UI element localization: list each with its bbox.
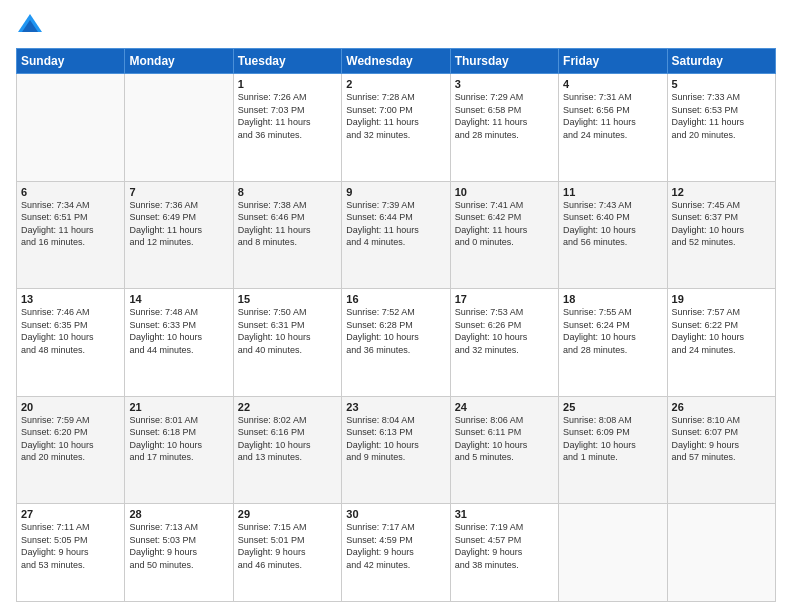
calendar-cell — [559, 504, 667, 602]
day-number: 22 — [238, 401, 337, 413]
day-number: 20 — [21, 401, 120, 413]
calendar-cell: 1Sunrise: 7:26 AM Sunset: 7:03 PM Daylig… — [233, 74, 341, 182]
day-number: 26 — [672, 401, 771, 413]
day-info: Sunrise: 7:59 AM Sunset: 6:20 PM Dayligh… — [21, 414, 120, 464]
week-row-5: 27Sunrise: 7:11 AM Sunset: 5:05 PM Dayli… — [17, 504, 776, 602]
week-row-2: 6Sunrise: 7:34 AM Sunset: 6:51 PM Daylig… — [17, 181, 776, 289]
calendar-cell: 10Sunrise: 7:41 AM Sunset: 6:42 PM Dayli… — [450, 181, 558, 289]
day-info: Sunrise: 7:31 AM Sunset: 6:56 PM Dayligh… — [563, 91, 662, 141]
calendar-cell: 5Sunrise: 7:33 AM Sunset: 6:53 PM Daylig… — [667, 74, 775, 182]
calendar-cell: 14Sunrise: 7:48 AM Sunset: 6:33 PM Dayli… — [125, 289, 233, 397]
day-number: 30 — [346, 508, 445, 520]
day-info: Sunrise: 7:28 AM Sunset: 7:00 PM Dayligh… — [346, 91, 445, 141]
day-info: Sunrise: 7:53 AM Sunset: 6:26 PM Dayligh… — [455, 306, 554, 356]
week-row-4: 20Sunrise: 7:59 AM Sunset: 6:20 PM Dayli… — [17, 396, 776, 504]
day-number: 2 — [346, 78, 445, 90]
calendar-cell: 9Sunrise: 7:39 AM Sunset: 6:44 PM Daylig… — [342, 181, 450, 289]
day-info: Sunrise: 7:19 AM Sunset: 4:57 PM Dayligh… — [455, 521, 554, 571]
calendar-cell: 2Sunrise: 7:28 AM Sunset: 7:00 PM Daylig… — [342, 74, 450, 182]
day-info: Sunrise: 7:29 AM Sunset: 6:58 PM Dayligh… — [455, 91, 554, 141]
day-number: 1 — [238, 78, 337, 90]
day-info: Sunrise: 7:55 AM Sunset: 6:24 PM Dayligh… — [563, 306, 662, 356]
day-number: 13 — [21, 293, 120, 305]
day-info: Sunrise: 7:17 AM Sunset: 4:59 PM Dayligh… — [346, 521, 445, 571]
calendar-table: SundayMondayTuesdayWednesdayThursdayFrid… — [16, 48, 776, 602]
day-number: 21 — [129, 401, 228, 413]
calendar-cell: 7Sunrise: 7:36 AM Sunset: 6:49 PM Daylig… — [125, 181, 233, 289]
day-number: 25 — [563, 401, 662, 413]
day-number: 29 — [238, 508, 337, 520]
day-info: Sunrise: 7:38 AM Sunset: 6:46 PM Dayligh… — [238, 199, 337, 249]
calendar-cell: 28Sunrise: 7:13 AM Sunset: 5:03 PM Dayli… — [125, 504, 233, 602]
day-number: 4 — [563, 78, 662, 90]
week-row-3: 13Sunrise: 7:46 AM Sunset: 6:35 PM Dayli… — [17, 289, 776, 397]
day-info: Sunrise: 8:10 AM Sunset: 6:07 PM Dayligh… — [672, 414, 771, 464]
day-number: 8 — [238, 186, 337, 198]
calendar-cell: 17Sunrise: 7:53 AM Sunset: 6:26 PM Dayli… — [450, 289, 558, 397]
calendar-cell: 6Sunrise: 7:34 AM Sunset: 6:51 PM Daylig… — [17, 181, 125, 289]
calendar-cell: 21Sunrise: 8:01 AM Sunset: 6:18 PM Dayli… — [125, 396, 233, 504]
calendar-cell — [17, 74, 125, 182]
weekday-header-row: SundayMondayTuesdayWednesdayThursdayFrid… — [17, 49, 776, 74]
calendar-cell: 19Sunrise: 7:57 AM Sunset: 6:22 PM Dayli… — [667, 289, 775, 397]
day-number: 17 — [455, 293, 554, 305]
day-number: 6 — [21, 186, 120, 198]
day-info: Sunrise: 7:13 AM Sunset: 5:03 PM Dayligh… — [129, 521, 228, 571]
header — [16, 12, 776, 40]
day-info: Sunrise: 7:57 AM Sunset: 6:22 PM Dayligh… — [672, 306, 771, 356]
day-number: 5 — [672, 78, 771, 90]
calendar-cell: 31Sunrise: 7:19 AM Sunset: 4:57 PM Dayli… — [450, 504, 558, 602]
day-info: Sunrise: 8:06 AM Sunset: 6:11 PM Dayligh… — [455, 414, 554, 464]
calendar-cell: 30Sunrise: 7:17 AM Sunset: 4:59 PM Dayli… — [342, 504, 450, 602]
calendar-cell: 4Sunrise: 7:31 AM Sunset: 6:56 PM Daylig… — [559, 74, 667, 182]
calendar-cell: 3Sunrise: 7:29 AM Sunset: 6:58 PM Daylig… — [450, 74, 558, 182]
day-info: Sunrise: 7:43 AM Sunset: 6:40 PM Dayligh… — [563, 199, 662, 249]
day-number: 15 — [238, 293, 337, 305]
day-number: 18 — [563, 293, 662, 305]
day-info: Sunrise: 7:52 AM Sunset: 6:28 PM Dayligh… — [346, 306, 445, 356]
weekday-header-monday: Monday — [125, 49, 233, 74]
day-info: Sunrise: 7:46 AM Sunset: 6:35 PM Dayligh… — [21, 306, 120, 356]
calendar-cell: 20Sunrise: 7:59 AM Sunset: 6:20 PM Dayli… — [17, 396, 125, 504]
weekday-header-thursday: Thursday — [450, 49, 558, 74]
day-info: Sunrise: 7:11 AM Sunset: 5:05 PM Dayligh… — [21, 521, 120, 571]
day-number: 28 — [129, 508, 228, 520]
calendar-cell — [667, 504, 775, 602]
day-number: 7 — [129, 186, 228, 198]
day-info: Sunrise: 8:02 AM Sunset: 6:16 PM Dayligh… — [238, 414, 337, 464]
day-info: Sunrise: 7:26 AM Sunset: 7:03 PM Dayligh… — [238, 91, 337, 141]
day-number: 9 — [346, 186, 445, 198]
day-number: 31 — [455, 508, 554, 520]
day-info: Sunrise: 8:08 AM Sunset: 6:09 PM Dayligh… — [563, 414, 662, 464]
day-number: 19 — [672, 293, 771, 305]
day-info: Sunrise: 7:41 AM Sunset: 6:42 PM Dayligh… — [455, 199, 554, 249]
calendar-cell: 22Sunrise: 8:02 AM Sunset: 6:16 PM Dayli… — [233, 396, 341, 504]
calendar-cell: 8Sunrise: 7:38 AM Sunset: 6:46 PM Daylig… — [233, 181, 341, 289]
calendar-cell: 18Sunrise: 7:55 AM Sunset: 6:24 PM Dayli… — [559, 289, 667, 397]
calendar-cell: 12Sunrise: 7:45 AM Sunset: 6:37 PM Dayli… — [667, 181, 775, 289]
calendar-cell: 23Sunrise: 8:04 AM Sunset: 6:13 PM Dayli… — [342, 396, 450, 504]
calendar-cell: 25Sunrise: 8:08 AM Sunset: 6:09 PM Dayli… — [559, 396, 667, 504]
day-info: Sunrise: 7:33 AM Sunset: 6:53 PM Dayligh… — [672, 91, 771, 141]
day-info: Sunrise: 8:01 AM Sunset: 6:18 PM Dayligh… — [129, 414, 228, 464]
calendar-cell: 11Sunrise: 7:43 AM Sunset: 6:40 PM Dayli… — [559, 181, 667, 289]
day-info: Sunrise: 7:34 AM Sunset: 6:51 PM Dayligh… — [21, 199, 120, 249]
day-number: 10 — [455, 186, 554, 198]
day-info: Sunrise: 7:39 AM Sunset: 6:44 PM Dayligh… — [346, 199, 445, 249]
calendar-cell: 29Sunrise: 7:15 AM Sunset: 5:01 PM Dayli… — [233, 504, 341, 602]
logo-icon — [16, 12, 44, 40]
day-info: Sunrise: 7:48 AM Sunset: 6:33 PM Dayligh… — [129, 306, 228, 356]
day-info: Sunrise: 7:15 AM Sunset: 5:01 PM Dayligh… — [238, 521, 337, 571]
day-number: 27 — [21, 508, 120, 520]
day-info: Sunrise: 7:45 AM Sunset: 6:37 PM Dayligh… — [672, 199, 771, 249]
calendar-cell — [125, 74, 233, 182]
day-info: Sunrise: 8:04 AM Sunset: 6:13 PM Dayligh… — [346, 414, 445, 464]
day-number: 24 — [455, 401, 554, 413]
calendar-cell: 26Sunrise: 8:10 AM Sunset: 6:07 PM Dayli… — [667, 396, 775, 504]
calendar-cell: 27Sunrise: 7:11 AM Sunset: 5:05 PM Dayli… — [17, 504, 125, 602]
day-info: Sunrise: 7:36 AM Sunset: 6:49 PM Dayligh… — [129, 199, 228, 249]
weekday-header-tuesday: Tuesday — [233, 49, 341, 74]
logo — [16, 12, 48, 40]
calendar-cell: 15Sunrise: 7:50 AM Sunset: 6:31 PM Dayli… — [233, 289, 341, 397]
weekday-header-saturday: Saturday — [667, 49, 775, 74]
